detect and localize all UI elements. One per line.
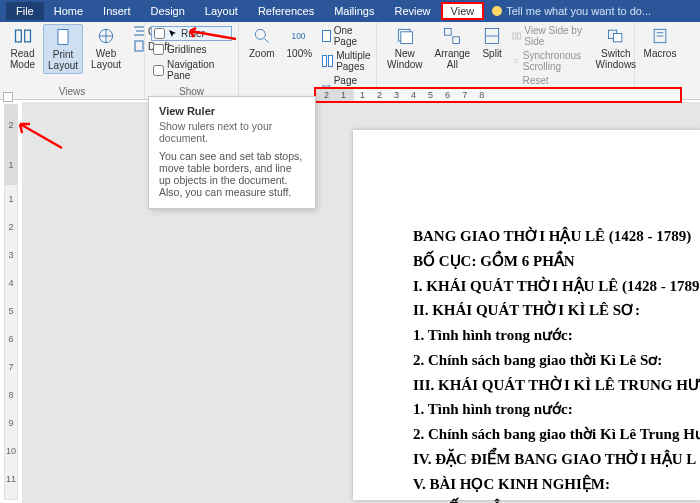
multi-page-icon bbox=[322, 55, 333, 67]
sync-icon bbox=[512, 55, 520, 67]
vruler-1: 1 bbox=[8, 185, 13, 213]
doc-line[interactable]: 2. Chính sách bang giao thời Kì Lê Sơ: bbox=[413, 348, 700, 373]
svg-rect-14 bbox=[613, 34, 621, 42]
zoom-button[interactable]: Zoom bbox=[245, 24, 279, 98]
doc-line[interactable]: 1. Tình hình trong nước: bbox=[413, 323, 700, 348]
macros-button[interactable]: Macros bbox=[641, 24, 679, 61]
draft-icon bbox=[133, 40, 145, 52]
tab-view[interactable]: View bbox=[441, 2, 485, 20]
percent-icon: 100 bbox=[289, 26, 309, 46]
outline-icon bbox=[133, 25, 145, 37]
web-layout-button[interactable]: Web Layout bbox=[87, 24, 125, 74]
ruler-tooltip: View Ruler Show rulers next to your docu… bbox=[148, 96, 316, 209]
hruler-7: 7 bbox=[456, 90, 473, 100]
one-page-button[interactable]: One Page bbox=[320, 24, 372, 48]
tab-home[interactable]: Home bbox=[44, 2, 93, 20]
doc-line[interactable]: VI. KẾT LUẬN: bbox=[413, 496, 700, 503]
annotation-arrow-vruler bbox=[14, 118, 64, 152]
zoom-100-button[interactable]: 100 100% bbox=[283, 24, 317, 98]
group-label-views: Views bbox=[6, 86, 138, 99]
hruler-5: 5 bbox=[422, 90, 439, 100]
svg-rect-10 bbox=[513, 33, 516, 39]
doc-line[interactable]: IV. ĐẶC ĐIỂM BANG GIAO THỜI HẬU L bbox=[413, 447, 700, 472]
vruler-11: 11 bbox=[6, 465, 16, 493]
doc-line[interactable]: 1. Tình hình trong nước: bbox=[413, 397, 700, 422]
doc-line[interactable]: BỐ CỤC: GỒM 6 PHẦN bbox=[413, 249, 700, 274]
page-icon bbox=[53, 27, 73, 47]
hruler-6: 6 bbox=[439, 90, 456, 100]
nav-pane-checkbox[interactable]: Navigation Pane bbox=[151, 58, 232, 82]
one-page-icon bbox=[322, 30, 331, 42]
vruler-3: 3 bbox=[8, 241, 13, 269]
vruler-2: 2 bbox=[8, 213, 13, 241]
doc-line[interactable]: II. KHÁI QUÁT THỜI KÌ LÊ SƠ: bbox=[413, 298, 700, 323]
group-views: Read Mode Print Layout Web Layout Outlin… bbox=[0, 22, 145, 99]
tab-mailings[interactable]: Mailings bbox=[324, 2, 384, 20]
ruler-check-input[interactable] bbox=[154, 28, 165, 39]
magnifier-icon bbox=[252, 26, 272, 46]
hruler-neg-1: 1 bbox=[335, 90, 352, 100]
tell-me-label: Tell me what you want to do... bbox=[506, 5, 651, 17]
hruler-8: 8 bbox=[473, 90, 490, 100]
switch-icon bbox=[606, 26, 626, 46]
doc-line[interactable]: III. KHÁI QUÁT THỜI KÌ LÊ TRUNG HƯ bbox=[413, 373, 700, 398]
menu-bar: File Home Insert Design Layout Reference… bbox=[0, 0, 700, 22]
cursor-icon bbox=[168, 29, 178, 39]
side-icon bbox=[512, 30, 521, 42]
book-open-icon bbox=[13, 26, 33, 46]
side-by-side-button: View Side by Side bbox=[510, 24, 587, 48]
window-icon bbox=[395, 26, 415, 46]
print-layout-button[interactable]: Print Layout bbox=[43, 24, 83, 74]
svg-text:100: 100 bbox=[292, 31, 306, 41]
doc-line[interactable]: BANG GIAO THỜI HẬU LÊ (1428 - 1789) bbox=[413, 224, 700, 249]
vruler-neg-1: 1 bbox=[8, 160, 13, 170]
hruler-2: 2 bbox=[371, 90, 388, 100]
tooltip-subtitle: Show rulers next to your document. bbox=[159, 120, 305, 144]
svg-rect-7 bbox=[445, 29, 452, 36]
tab-layout[interactable]: Layout bbox=[195, 2, 248, 20]
arrange-icon bbox=[442, 26, 462, 46]
macros-icon bbox=[650, 26, 670, 46]
vruler-5: 5 bbox=[8, 297, 13, 325]
sync-scroll-button: Synchronous Scrolling bbox=[510, 49, 587, 73]
globe-icon bbox=[96, 26, 116, 46]
svg-rect-6 bbox=[401, 32, 413, 44]
tooltip-body: You can see and set tab stops, move tabl… bbox=[159, 150, 305, 198]
tab-insert[interactable]: Insert bbox=[93, 2, 141, 20]
svg-rect-0 bbox=[58, 30, 68, 45]
hruler-neg-2: 2 bbox=[318, 90, 335, 100]
vruler-neg-2: 2 bbox=[8, 120, 13, 130]
annotation-arrow-ruler bbox=[184, 27, 236, 43]
hruler-4: 4 bbox=[405, 90, 422, 100]
horizontal-ruler[interactable]: 2 1 1 2 3 4 5 6 7 8 bbox=[314, 87, 682, 103]
tab-review[interactable]: Review bbox=[385, 2, 441, 20]
vruler-10: 10 bbox=[6, 437, 16, 465]
tab-file[interactable]: File bbox=[6, 2, 44, 20]
tab-design[interactable]: Design bbox=[141, 2, 195, 20]
svg-rect-11 bbox=[517, 33, 520, 39]
vruler-6: 6 bbox=[8, 325, 13, 353]
hruler-1: 1 bbox=[354, 90, 371, 100]
vruler-9: 9 bbox=[8, 409, 13, 437]
lightbulb-icon bbox=[492, 6, 502, 16]
hruler-3: 3 bbox=[388, 90, 405, 100]
nav-check-input[interactable] bbox=[153, 65, 164, 76]
vertical-ruler[interactable]: 2 1 1 2 3 4 5 6 7 8 9 10 11 bbox=[4, 104, 18, 500]
vruler-4: 4 bbox=[8, 269, 13, 297]
document-page[interactable]: BANG GIAO THỜI HẬU LÊ (1428 - 1789) BỐ C… bbox=[353, 130, 700, 500]
tab-references[interactable]: References bbox=[248, 2, 324, 20]
tooltip-title: View Ruler bbox=[159, 105, 305, 117]
ruler-corner bbox=[3, 92, 13, 102]
doc-line[interactable]: V. BÀI HỌC KINH NGHIỆM: bbox=[413, 472, 700, 497]
gridlines-check-input[interactable] bbox=[153, 44, 164, 55]
read-mode-button[interactable]: Read Mode bbox=[6, 24, 39, 74]
split-icon bbox=[482, 26, 502, 46]
tell-me[interactable]: Tell me what you want to do... bbox=[492, 5, 651, 17]
multi-page-button[interactable]: Multiple Pages bbox=[320, 49, 372, 73]
doc-line[interactable]: I. KHÁI QUÁT THỜI HẬU LÊ (1428 - 1789) bbox=[413, 274, 700, 299]
doc-line[interactable]: 2. Chính sách bang giao thời Kì Lê Trung… bbox=[413, 422, 700, 447]
svg-rect-2 bbox=[135, 41, 143, 51]
gridlines-checkbox[interactable]: Gridlines bbox=[151, 43, 232, 56]
svg-rect-8 bbox=[453, 37, 460, 44]
vruler-7: 7 bbox=[8, 353, 13, 381]
